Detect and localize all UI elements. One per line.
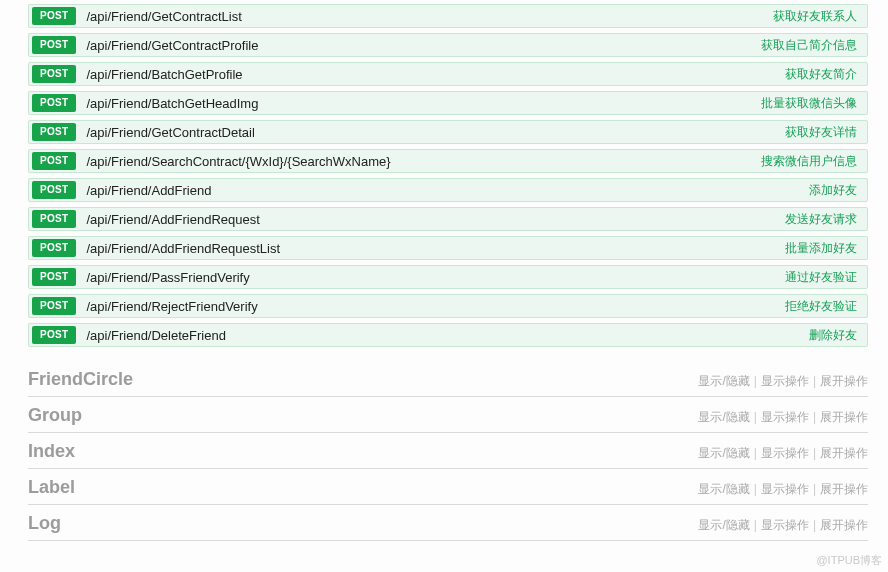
section-actions: 显示/隐藏|显示操作|展开操作 (698, 373, 868, 390)
endpoint-desc: 添加好友 (809, 182, 867, 199)
action-list-ops[interactable]: 显示操作 (761, 518, 809, 532)
action-toggle[interactable]: 显示/隐藏 (698, 374, 749, 388)
section-actions: 显示/隐藏|显示操作|展开操作 (698, 445, 868, 462)
endpoint-path: /api/Friend/BatchGetProfile (76, 67, 785, 82)
method-badge: POST (32, 297, 76, 315)
section-title[interactable]: FriendCircle (28, 369, 698, 390)
section-actions: 显示/隐藏|显示操作|展开操作 (698, 517, 868, 534)
endpoint-desc: 获取自己简介信息 (761, 37, 867, 54)
section-row: Log显示/隐藏|显示操作|展开操作 (28, 505, 868, 541)
action-expand[interactable]: 展开操作 (820, 482, 868, 496)
endpoint-desc: 发送好友请求 (785, 211, 867, 228)
action-list-ops[interactable]: 显示操作 (761, 410, 809, 424)
endpoint-row[interactable]: POST/api/Friend/GetContractDetail获取好友详情 (28, 120, 868, 144)
endpoint-path: /api/Friend/RejectFriendVerify (76, 299, 785, 314)
separator: | (813, 374, 816, 388)
endpoint-row[interactable]: POST/api/Friend/AddFriend添加好友 (28, 178, 868, 202)
endpoint-path: /api/Friend/SearchContract/{WxId}/{Searc… (76, 154, 761, 169)
action-toggle[interactable]: 显示/隐藏 (698, 482, 749, 496)
endpoint-path: /api/Friend/BatchGetHeadImg (76, 96, 761, 111)
endpoint-path: /api/Friend/AddFriend (76, 183, 809, 198)
method-badge: POST (32, 326, 76, 344)
endpoint-row[interactable]: POST/api/Friend/DeleteFriend删除好友 (28, 323, 868, 347)
action-list-ops[interactable]: 显示操作 (761, 482, 809, 496)
endpoint-desc: 批量添加好友 (785, 240, 867, 257)
method-badge: POST (32, 268, 76, 286)
section-actions: 显示/隐藏|显示操作|展开操作 (698, 409, 868, 426)
action-expand[interactable]: 展开操作 (820, 518, 868, 532)
method-badge: POST (32, 181, 76, 199)
endpoint-row[interactable]: POST/api/Friend/PassFriendVerify通过好友验证 (28, 265, 868, 289)
section-row: Label显示/隐藏|显示操作|展开操作 (28, 469, 868, 505)
endpoint-desc: 拒绝好友验证 (785, 298, 867, 315)
section-row: Index显示/隐藏|显示操作|展开操作 (28, 433, 868, 469)
endpoint-row[interactable]: POST/api/Friend/BatchGetHeadImg批量获取微信头像 (28, 91, 868, 115)
separator: | (813, 482, 816, 496)
method-badge: POST (32, 123, 76, 141)
endpoint-desc: 获取好友联系人 (773, 8, 867, 25)
action-expand[interactable]: 展开操作 (820, 374, 868, 388)
separator: | (754, 518, 757, 532)
section-row: Group显示/隐藏|显示操作|展开操作 (28, 397, 868, 433)
endpoint-row[interactable]: POST/api/Friend/AddFriendRequestList批量添加… (28, 236, 868, 260)
section-title[interactable]: Log (28, 513, 698, 534)
endpoint-desc: 获取好友详情 (785, 124, 867, 141)
endpoint-row[interactable]: POST/api/Friend/BatchGetProfile获取好友简介 (28, 62, 868, 86)
endpoint-row[interactable]: POST/api/Friend/AddFriendRequest发送好友请求 (28, 207, 868, 231)
action-toggle[interactable]: 显示/隐藏 (698, 410, 749, 424)
section-title[interactable]: Group (28, 405, 698, 426)
endpoint-row[interactable]: POST/api/Friend/GetContractProfile获取自己简介… (28, 33, 868, 57)
endpoint-path: /api/Friend/DeleteFriend (76, 328, 809, 343)
action-expand[interactable]: 展开操作 (820, 446, 868, 460)
endpoint-path: /api/Friend/PassFriendVerify (76, 270, 785, 285)
separator: | (813, 446, 816, 460)
section-title[interactable]: Label (28, 477, 698, 498)
separator: | (754, 374, 757, 388)
endpoint-desc: 搜索微信用户信息 (761, 153, 867, 170)
method-badge: POST (32, 152, 76, 170)
endpoint-desc: 批量获取微信头像 (761, 95, 867, 112)
endpoint-path: /api/Friend/GetContractProfile (76, 38, 761, 53)
separator: | (754, 410, 757, 424)
action-expand[interactable]: 展开操作 (820, 410, 868, 424)
section-actions: 显示/隐藏|显示操作|展开操作 (698, 481, 868, 498)
endpoint-row[interactable]: POST/api/Friend/GetContractList获取好友联系人 (28, 4, 868, 28)
action-list-ops[interactable]: 显示操作 (761, 446, 809, 460)
endpoint-desc: 通过好友验证 (785, 269, 867, 286)
method-badge: POST (32, 36, 76, 54)
section-row: FriendCircle显示/隐藏|显示操作|展开操作 (28, 361, 868, 397)
action-toggle[interactable]: 显示/隐藏 (698, 446, 749, 460)
endpoint-path: /api/Friend/AddFriendRequest (76, 212, 785, 227)
action-list-ops[interactable]: 显示操作 (761, 374, 809, 388)
endpoint-row[interactable]: POST/api/Friend/SearchContract/{WxId}/{S… (28, 149, 868, 173)
endpoint-desc: 获取好友简介 (785, 66, 867, 83)
endpoint-path: /api/Friend/AddFriendRequestList (76, 241, 785, 256)
endpoint-desc: 删除好友 (809, 327, 867, 344)
section-title[interactable]: Index (28, 441, 698, 462)
separator: | (813, 518, 816, 532)
method-badge: POST (32, 239, 76, 257)
separator: | (754, 446, 757, 460)
method-badge: POST (32, 210, 76, 228)
method-badge: POST (32, 94, 76, 112)
separator: | (813, 410, 816, 424)
endpoint-path: /api/Friend/GetContractList (76, 9, 773, 24)
method-badge: POST (32, 7, 76, 25)
endpoint-path: /api/Friend/GetContractDetail (76, 125, 785, 140)
method-badge: POST (32, 65, 76, 83)
endpoint-row[interactable]: POST/api/Friend/RejectFriendVerify拒绝好友验证 (28, 294, 868, 318)
action-toggle[interactable]: 显示/隐藏 (698, 518, 749, 532)
separator: | (754, 482, 757, 496)
